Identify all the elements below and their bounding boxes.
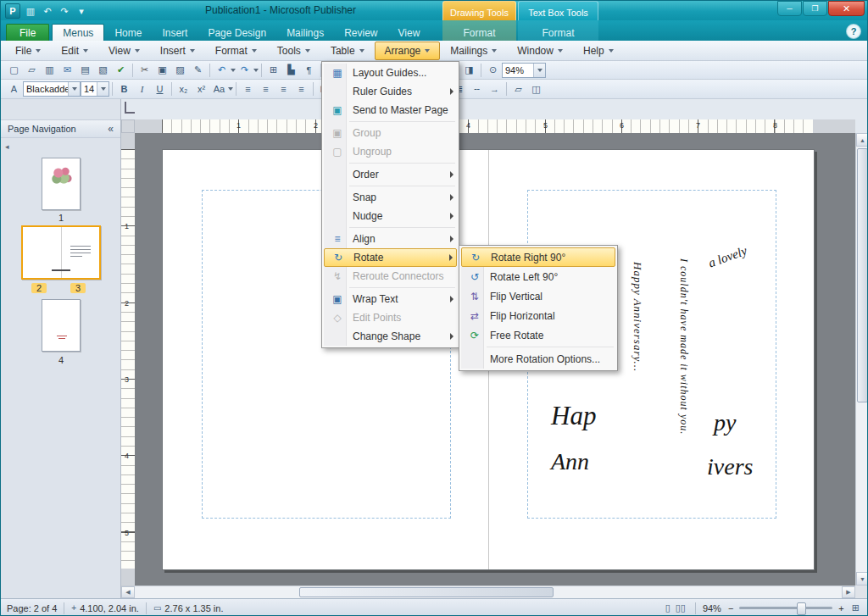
menu-item-free-rotate[interactable]: ⟳ Free Rotate — [461, 325, 615, 345]
font-size-dropdown[interactable] — [97, 82, 108, 96]
insert-table-button[interactable]: ⊞ — [264, 63, 282, 78]
page-number-4[interactable]: 4 — [42, 355, 81, 365]
page-thumbnail-4[interactable] — [42, 299, 81, 352]
zoom-slider-thumb[interactable] — [797, 602, 806, 615]
new-document-button[interactable]: ▢ — [5, 63, 23, 78]
ruler-origin-icon[interactable] — [125, 102, 135, 114]
open-button[interactable]: ▱ — [23, 63, 41, 78]
tab-home[interactable]: Home — [104, 25, 152, 41]
shadow-style-button[interactable]: ▱ — [509, 81, 527, 97]
fit-page-button[interactable]: ⊞ — [852, 602, 860, 613]
menu-item-ruler-guides[interactable]: Ruler Guides — [324, 82, 457, 101]
publisher-app-icon[interactable]: P — [5, 3, 20, 19]
zoom-in-button[interactable]: + — [838, 603, 843, 613]
tab-format-text-box-tools[interactable]: Format — [531, 25, 584, 41]
3d-style-button[interactable]: ◫ — [527, 81, 545, 97]
page-thumbnail-2-3[interactable] — [21, 225, 101, 280]
horizontal-ruler[interactable]: 1 2 3 4 5 6 7 8 — [135, 119, 855, 133]
menu-item-align[interactable]: ≡ Align — [324, 230, 457, 248]
change-case-button[interactable]: Aa — [210, 81, 228, 97]
menu-insert[interactable]: Insert — [150, 42, 205, 60]
zoom-combo-dropdown[interactable] — [533, 64, 545, 77]
format-painter-button[interactable]: ✎ — [189, 63, 207, 78]
page-number-3[interactable]: 3 — [70, 283, 86, 293]
menu-item-nudge[interactable]: Nudge — [324, 207, 457, 225]
text-hap[interactable]: Hap — [551, 401, 596, 431]
menu-format[interactable]: Format — [205, 42, 267, 60]
paste-button[interactable]: ▨ — [171, 63, 189, 78]
menu-window[interactable]: Window — [507, 42, 573, 60]
menu-item-order[interactable]: Order — [324, 165, 457, 184]
text-ivers[interactable]: ivers — [707, 453, 753, 480]
menu-view[interactable]: View — [98, 42, 150, 60]
cut-button[interactable]: ✂ — [136, 63, 153, 78]
menu-file[interactable]: File — [5, 42, 51, 60]
menu-item-layout-guides[interactable]: ▦ Layout Guides... — [324, 64, 457, 82]
zoom-combo[interactable]: 94% — [502, 63, 546, 78]
menu-item-more-rotation-options[interactable]: More Rotation Options... — [461, 349, 615, 369]
tab-mailings[interactable]: Mailings — [276, 25, 334, 41]
page-thumbnail-1[interactable] — [42, 158, 81, 210]
menu-table[interactable]: Table — [320, 42, 375, 60]
tab-page-design[interactable]: Page Design — [198, 25, 276, 41]
tab-review[interactable]: Review — [334, 25, 387, 41]
minimize-button[interactable]: ─ — [777, 1, 802, 16]
customize-quick-access-icon[interactable]: ▾ — [75, 4, 88, 18]
redo-button[interactable]: ↷ — [236, 63, 253, 78]
tab-view[interactable]: View — [388, 25, 431, 41]
pane-scroll-icon[interactable]: ◂ — [5, 142, 9, 151]
menu-item-wrap-text[interactable]: ▣ Wrap Text — [324, 290, 457, 308]
special-characters-button[interactable]: ¶ — [300, 63, 318, 78]
save-icon[interactable]: ▥ — [24, 4, 37, 18]
menu-item-flip-horizontal[interactable]: ⇄ Flip Horizontal — [461, 306, 615, 325]
copy-button[interactable]: ▣ — [153, 63, 171, 78]
insert-chart-button[interactable]: ▙ — [282, 63, 300, 78]
tab-insert[interactable]: Insert — [152, 25, 198, 41]
menu-item-rotate-right-90[interactable]: ↻ Rotate Right 90° — [461, 247, 615, 267]
horizontal-scroll-thumb[interactable] — [299, 587, 554, 597]
single-page-view-button[interactable]: ▯ — [665, 602, 670, 613]
print-button[interactable]: ▤ — [76, 63, 94, 78]
arrow-style-button[interactable]: → — [486, 81, 504, 97]
menu-item-send-to-master-page[interactable]: ▣ Send to Master Page — [324, 101, 457, 119]
two-page-view-button[interactable]: ▯▯ — [676, 602, 686, 613]
close-button[interactable]: ✕ — [828, 1, 865, 16]
scroll-up-icon[interactable]: ▲ — [856, 133, 868, 147]
redo-dropdown-caret-icon[interactable] — [253, 69, 259, 72]
collapse-pane-icon[interactable]: « — [108, 123, 114, 135]
menu-item-rotate[interactable]: ↻ Rotate — [324, 248, 457, 267]
scroll-left-icon[interactable]: ◀ — [121, 586, 135, 598]
tab-format-drawing-tools[interactable]: Format — [453, 25, 505, 41]
horizontal-scrollbar[interactable]: ◀ ▶ — [121, 585, 855, 598]
scroll-right-icon[interactable]: ▶ — [842, 586, 855, 598]
change-case-caret-icon[interactable] — [228, 87, 233, 91]
align-right-button[interactable]: ≡ — [275, 81, 292, 97]
underline-button[interactable]: U — [151, 81, 169, 97]
page-number-2[interactable]: 2 — [31, 283, 47, 293]
menu-mailings[interactable]: Mailings — [440, 42, 507, 60]
undo-button[interactable]: ↶ — [213, 63, 231, 78]
menu-item-rotate-left-90[interactable]: ↺ Rotate Left 90° — [461, 267, 615, 286]
help-icon[interactable]: ? — [846, 24, 861, 39]
justify-button[interactable]: ≡ — [292, 81, 310, 97]
menu-arrange[interactable]: Arrange — [375, 42, 441, 60]
bold-button[interactable]: B — [115, 81, 133, 97]
zoom-icon[interactable]: ⊙ — [484, 63, 502, 78]
zoom-level[interactable]: 94% — [703, 603, 721, 613]
zoom-slider[interactable] — [739, 607, 832, 609]
text-py[interactable]: py — [714, 409, 736, 436]
align-center-button[interactable]: ≡ — [257, 81, 275, 97]
menu-edit[interactable]: Edit — [51, 42, 98, 60]
font-name-dropdown[interactable] — [68, 82, 80, 96]
zoom-out-button[interactable]: − — [728, 603, 733, 613]
font-name-select[interactable]: Blackadder — [23, 81, 81, 97]
menu-help[interactable]: Help — [573, 42, 624, 60]
styles-button[interactable]: A — [5, 81, 23, 97]
tab-menus[interactable]: Menus — [52, 24, 104, 41]
email-button[interactable]: ✉ — [58, 63, 76, 78]
text-ann[interactable]: Ann — [551, 448, 589, 475]
page-indicator[interactable]: Page: 2 of 4 — [7, 603, 57, 613]
font-size-select[interactable]: 14 — [81, 81, 109, 97]
ruler-corner[interactable] — [121, 119, 135, 133]
print-preview-button[interactable]: ▧ — [94, 63, 112, 78]
